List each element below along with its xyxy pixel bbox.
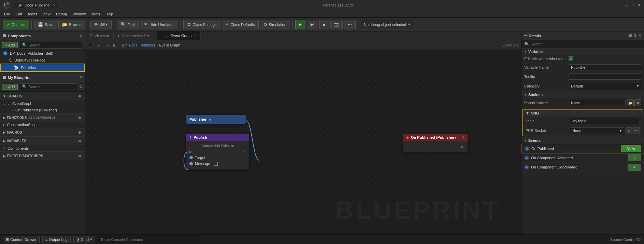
my-blueprint-search-input[interactable] — [28, 85, 75, 89]
component-item-self[interactable]: 🔷 BP_Docs_Publisher (Self) — [0, 50, 85, 57]
save-button[interactable]: 💾 Save — [34, 20, 57, 29]
stop-button[interactable]: ■ — [319, 20, 329, 29]
left-panel: ⊞ Components ✕ + Add 🔍 🔷 BP_Docs_Publish… — [0, 31, 85, 234]
restore-button[interactable]: □ — [630, 3, 635, 8]
pub-socket-edit-icon[interactable]: ✏ — [633, 127, 640, 134]
on-published-exec-out: ▷ — [461, 145, 464, 149]
component-item-publisher[interactable]: 📡 Publisher — [0, 64, 85, 72]
sockets-section-header[interactable]: Sockets — [521, 91, 644, 98]
functions-add-icon[interactable]: ⊕ — [77, 115, 82, 120]
browse-button[interactable]: 📂 Browse — [58, 20, 85, 29]
menu-item-tools[interactable]: Tools — [88, 11, 103, 17]
category-select[interactable]: Default ▾ — [569, 83, 641, 89]
event-graph-tab-close[interactable]: ✕ — [194, 34, 196, 37]
class-settings-button[interactable]: ⚙ Class Settings — [183, 20, 220, 29]
my-blueprint-settings-icon[interactable]: ⚙ — [79, 84, 83, 89]
tab-close-icon[interactable]: ✕ — [53, 3, 56, 7]
macros-add-icon[interactable]: ⊕ — [77, 130, 82, 135]
cmd-button[interactable]: ❯ Cmd ▾ — [73, 236, 95, 243]
menu-item-file[interactable]: File — [1, 11, 13, 17]
class-defaults-button[interactable]: ✏ Class Defaults — [222, 20, 259, 29]
menu-item-window[interactable]: Window — [70, 11, 88, 17]
editable-checkbox[interactable]: ✓ — [569, 56, 573, 61]
menu-item-help[interactable]: Help — [103, 11, 116, 17]
event-dispatchers-add-icon[interactable]: ⊕ — [77, 153, 82, 159]
on-component-activated-add-button[interactable]: + — [628, 154, 641, 161]
publish-func-icon: ƒ — [189, 135, 191, 139]
nav-back-button[interactable]: ← — [96, 42, 102, 48]
camera-button[interactable]: 📷 — [330, 20, 343, 29]
section-macros[interactable]: ▶ MACROS ⊕ — [0, 128, 85, 136]
blueprint-canvas[interactable]: Publisher ● ƒ Publish Target is NNG Publ… — [85, 50, 521, 234]
socket-browse-icon[interactable]: 📂 — [627, 99, 634, 106]
on-component-deactivated-add-button[interactable]: + — [628, 164, 641, 171]
construction-script-item[interactable]: ƒ ConstructionScript — [0, 122, 85, 128]
events-section-header[interactable]: Events — [521, 137, 644, 144]
tab-construction[interactable]: ƒ Construction Scr... — [114, 31, 157, 40]
diff-button[interactable]: ⊕ Diff ▾ — [90, 20, 112, 29]
find-button[interactable]: 🔍 Find — [117, 20, 138, 29]
tab-viewport[interactable]: ⊞ Viewport — [85, 31, 114, 40]
debug-object-select[interactable]: No debug object selected ▾ — [361, 20, 413, 29]
more-button[interactable]: ••• — [344, 20, 356, 29]
variables-add-icon[interactable]: ⊕ — [77, 138, 82, 144]
pub-socket-select[interactable]: None ▾ — [570, 127, 624, 134]
section-functions[interactable]: ▶ FUNCTIONS 21 OVERRIDABLE ⊕ — [0, 113, 85, 122]
socket-clear-icon[interactable]: ✕ — [634, 99, 641, 106]
my-blueprint-panel-close[interactable]: ✕ — [80, 76, 82, 79]
parent-socket-select[interactable]: None — [569, 100, 626, 106]
nav-fwd-button[interactable]: → — [104, 42, 111, 48]
output-log-button[interactable]: ≡ Output Log — [42, 236, 71, 243]
hide-icon: 👁 — [144, 22, 148, 27]
on-published-node[interactable]: ◆ On Published (Publisher) ✕ ▷ — [403, 134, 468, 152]
on-published-item[interactable]: ⤷ On Published (Publisher) — [0, 107, 85, 113]
simulation-button[interactable]: ⟳ Simulation — [260, 20, 290, 29]
menu-item-view[interactable]: View — [40, 11, 53, 17]
compile-button[interactable]: ✓ Compile — [3, 20, 29, 29]
menu-item-asset[interactable]: Asset — [25, 11, 40, 17]
components-search-input[interactable] — [28, 43, 81, 47]
sep2 — [88, 21, 88, 29]
components-panel-close[interactable]: ✕ — [80, 34, 82, 38]
details-close-icon[interactable]: ✕ — [638, 33, 641, 38]
components-search-box[interactable]: 🔍 — [20, 42, 83, 49]
variable-name-input[interactable] — [569, 64, 641, 70]
close-button[interactable]: ✕ — [636, 3, 641, 8]
hide-unrelated-button[interactable]: 👁 Hide Unrelated — [140, 20, 178, 29]
publisher-ref-node[interactable]: Publisher ● — [186, 115, 246, 124]
section-variables[interactable]: ▶ VARIABLES ⊕ — [0, 136, 85, 145]
on-published-close-icon[interactable]: ✕ — [461, 136, 464, 139]
menu-item-edit[interactable]: Edit — [13, 11, 25, 17]
nng-section-header[interactable]: ▼ NNG — [523, 110, 643, 117]
console-command-input[interactable] — [98, 236, 200, 243]
component-item-scene-root[interactable]: ⬡ DefaultSceneRoot — [0, 57, 85, 64]
details-search-input[interactable] — [531, 42, 641, 46]
content-drawer-button[interactable]: ⊞ Content Drawer — [3, 236, 40, 243]
my-blueprint-add-button[interactable]: + Add — [2, 84, 18, 90]
nav-grid-button[interactable]: ⊞ — [88, 42, 94, 48]
details-search[interactable]: 🔍 — [521, 40, 644, 48]
event-graph-item[interactable]: ⋮⋮ EventGraph — [0, 100, 85, 107]
variable-section-header[interactable]: Variable — [521, 48, 644, 55]
my-blueprint-search-box[interactable]: 🔍 — [20, 83, 77, 90]
tooltip-input[interactable] — [569, 73, 641, 80]
variables-components-item[interactable]: ▷ Components — [0, 145, 85, 151]
breadcrumb-root[interactable]: BP_Docs_Publisher — [122, 43, 155, 47]
menu-item-debug[interactable]: Debug — [53, 11, 70, 17]
play-button[interactable]: ▶ — [295, 20, 305, 29]
on-published-view-button[interactable]: View — [621, 145, 641, 152]
section-event-dispatchers[interactable]: ▶ EVENT DISPATCHERS ⊕ — [0, 151, 85, 160]
publish-node[interactable]: ƒ Publish Target is NNG Publisher ▷ ▷ Ta… — [186, 134, 249, 170]
topic-input[interactable] — [570, 118, 640, 124]
tab-event-graph[interactable]: ⋮⋮ Event Graph ✕ — [157, 31, 201, 40]
parent-class-link[interactable]: Actor — [345, 3, 354, 7]
details-grid-icon[interactable]: ⊞ — [629, 33, 632, 38]
section-graphs[interactable]: ▼ GRAPHS ⊕ — [0, 92, 85, 100]
step-button[interactable]: ▶| — [307, 20, 318, 29]
minimize-button[interactable]: — — [624, 3, 629, 8]
components-add-button[interactable]: + Add — [2, 42, 18, 48]
graphs-add-icon[interactable]: ⊕ — [77, 93, 82, 99]
details-settings-icon[interactable]: ⚙ — [633, 33, 637, 38]
editor-tab[interactable]: BP_Docs_Publisher ✕ — [14, 2, 59, 8]
pub-socket-expand-icon[interactable]: ⤢ — [626, 127, 632, 134]
